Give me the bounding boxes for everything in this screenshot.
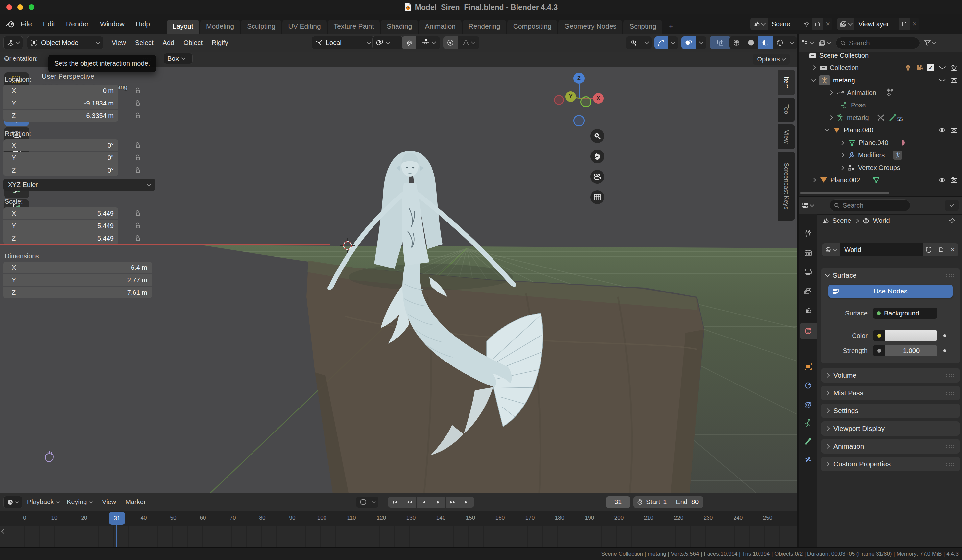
render-visibility-icon[interactable]: [950, 177, 958, 183]
rotation-z-field[interactable]: Z0°: [3, 164, 118, 176]
tab-render[interactable]: [802, 247, 814, 259]
unlink-world-button[interactable]: ×: [947, 243, 959, 256]
scale-x-field[interactable]: X5.449: [3, 208, 118, 219]
outliner-filter-button[interactable]: [924, 40, 936, 46]
outliner-row-pose[interactable]: Pose: [799, 99, 962, 111]
properties-search-input[interactable]: Search: [830, 200, 910, 211]
sidebar-tab-view[interactable]: View: [778, 124, 795, 149]
end-frame-field[interactable]: End 80: [671, 496, 703, 508]
playhead-line[interactable]: [116, 525, 117, 547]
pin-icon[interactable]: [804, 21, 810, 27]
tab-scene[interactable]: [802, 304, 814, 316]
visible-eye-icon[interactable]: [938, 177, 946, 183]
expand-icon[interactable]: [840, 140, 844, 145]
tab-sculpting[interactable]: Sculpting: [241, 20, 281, 34]
tab-tool[interactable]: [802, 227, 814, 239]
snap-toggle-button[interactable]: [402, 37, 416, 49]
tab-layout[interactable]: Layout: [167, 20, 199, 34]
fake-user-button[interactable]: [923, 243, 935, 256]
menu-view[interactable]: View: [112, 39, 126, 47]
scale-y-field[interactable]: Y5.449: [3, 220, 118, 232]
tab-output[interactable]: [802, 266, 814, 278]
strength-slider[interactable]: 1.000: [873, 345, 937, 356]
outliner-row-animation[interactable]: Animation: [799, 87, 962, 98]
camera-view-button[interactable]: [591, 170, 604, 184]
zoom-view-button[interactable]: [591, 129, 604, 143]
overlays-toggle[interactable]: [681, 37, 696, 49]
gizmo-axis-x-neg[interactable]: [554, 95, 564, 105]
add-workspace-button[interactable]: +: [663, 20, 679, 34]
timeline-menu-marker[interactable]: Marker: [125, 498, 146, 506]
render-visibility-icon[interactable]: [950, 64, 958, 71]
viewport-3d[interactable]: Orientation: Box Options: [0, 52, 797, 493]
sidebar-tab-item[interactable]: Item: [778, 70, 795, 95]
lock-scale-x-icon[interactable]: [134, 210, 141, 217]
current-frame-field[interactable]: 31: [606, 496, 630, 508]
tab-rendering[interactable]: Rendering: [463, 20, 506, 34]
scene-name[interactable]: Scene: [768, 20, 794, 28]
dimensions-y-field[interactable]: Y2.77 m: [3, 274, 152, 286]
color-swatch-field[interactable]: [873, 330, 937, 341]
overlays-dropdown[interactable]: [696, 37, 706, 49]
hide-eye-icon[interactable]: [938, 65, 946, 70]
tab-compositing[interactable]: Compositing: [507, 20, 558, 34]
next-keyframe-button[interactable]: [446, 497, 460, 508]
editor-divider-vertical[interactable]: [797, 34, 799, 547]
pivot-point-dropdown[interactable]: [372, 36, 403, 49]
unlink-scene-button[interactable]: ×: [823, 20, 833, 28]
panel-mist-pass[interactable]: Mist Pass: [821, 386, 960, 400]
hide-eye-icon[interactable]: [938, 77, 946, 83]
animate-color-dot[interactable]: [943, 334, 946, 337]
properties-options-dropdown[interactable]: [945, 200, 959, 211]
panel-viewport-display[interactable]: Viewport Display: [821, 421, 960, 436]
expand-icon[interactable]: [812, 65, 816, 70]
snap-settings-button[interactable]: [416, 37, 440, 49]
tab-uv-editing[interactable]: UV Editing: [282, 20, 327, 34]
outliner-row-plane040-data[interactable]: Plane.040: [799, 137, 962, 148]
new-view-layer-button[interactable]: [899, 18, 910, 30]
armature-modifier-badge[interactable]: [893, 151, 902, 160]
location-y-field[interactable]: Y-9.1834 m: [3, 97, 118, 109]
outliner-row-plane040[interactable]: Plane.040: [799, 124, 962, 136]
outliner-editor-type-button[interactable]: [802, 40, 814, 46]
tab-texture-paint[interactable]: Texture Paint: [328, 20, 380, 34]
shading-dropdown[interactable]: [787, 37, 797, 49]
tab-bone[interactable]: [802, 435, 814, 447]
play-reverse-button[interactable]: [417, 497, 431, 508]
sidebar-tab-tool[interactable]: Tool: [778, 98, 795, 122]
world-browse-button[interactable]: [822, 243, 840, 256]
timeline-ruler[interactable]: 0 10 20 40 50 60 70 80 90 100 110 120 13…: [0, 511, 797, 526]
shading-rendered-button[interactable]: [773, 37, 787, 49]
tab-bone-constraints[interactable]: [802, 454, 814, 466]
surface-collapse-icon[interactable]: [825, 272, 830, 277]
menu-render[interactable]: Render: [66, 20, 89, 28]
gizmos-dropdown[interactable]: [668, 37, 678, 49]
use-nodes-button[interactable]: Use Nodes: [828, 285, 953, 298]
tab-geometry-nodes[interactable]: Geometry Nodes: [558, 20, 622, 34]
ortho-toggle-button[interactable]: [591, 190, 604, 204]
menu-select[interactable]: Select: [135, 39, 153, 47]
expand-icon[interactable]: [840, 165, 844, 170]
prev-keyframe-button[interactable]: [402, 497, 416, 508]
breadcrumb-world[interactable]: World: [873, 217, 890, 224]
proportional-edit-toggle[interactable]: [443, 37, 458, 49]
options-dropdown[interactable]: Options: [753, 53, 790, 65]
outliner-row-metarig-active[interactable]: metarig: [799, 74, 962, 86]
auto-key-dropdown[interactable]: [370, 497, 378, 508]
select-box-mode-dropdown[interactable]: Box: [164, 53, 193, 64]
transform-orientation-dropdown[interactable]: Local: [312, 36, 374, 49]
blender-logo-icon[interactable]: [5, 20, 15, 28]
panel-grip[interactable]: [946, 274, 956, 277]
minimize-window-button[interactable]: [18, 4, 23, 10]
dimensions-z-field[interactable]: Z7.61 m: [3, 286, 152, 298]
panel-animation[interactable]: Animation: [821, 439, 960, 454]
world-name-field[interactable]: World: [840, 243, 923, 256]
copy-datablock-button[interactable]: [935, 243, 947, 256]
outliner-row-collection[interactable]: Collection ✓: [799, 62, 962, 74]
visible-eye-icon[interactable]: [938, 127, 946, 133]
gizmo-axis-y[interactable]: Y: [565, 91, 576, 102]
gizmos-toggle[interactable]: [654, 37, 668, 49]
tab-object-data[interactable]: [802, 417, 814, 429]
tab-world-active[interactable]: [802, 325, 814, 337]
pin-id-icon[interactable]: [949, 217, 956, 224]
